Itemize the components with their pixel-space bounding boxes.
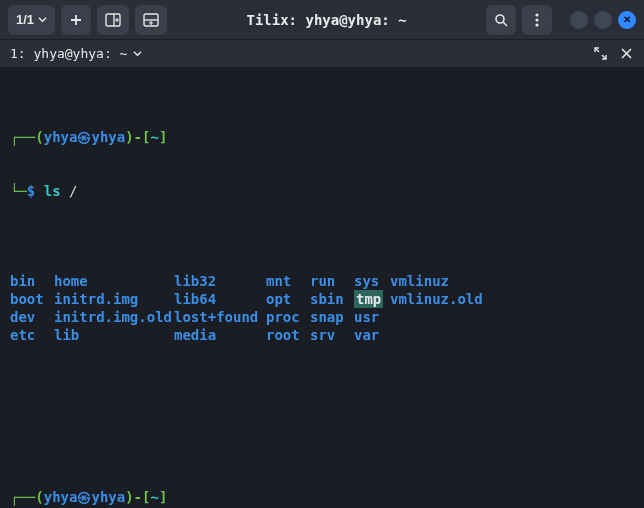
ls-output: binhomelib32mntrunsysvmlinuz bootinitrd.… [10, 272, 634, 344]
ls-sticky-dir: tmp [354, 290, 383, 308]
split-right-button[interactable] [97, 5, 129, 35]
svg-point-5 [535, 23, 538, 26]
session-tab[interactable]: 1: yhya@yhya: ~ [10, 46, 142, 61]
terminal[interactable]: ┌──(yhya㉿yhya)-[~] └─$ ls / binhomelib32… [0, 68, 644, 508]
window-maximize-button[interactable] [594, 11, 612, 29]
window-close-button[interactable] [618, 11, 636, 29]
expand-icon [594, 47, 607, 60]
search-button[interactable] [486, 5, 516, 35]
close-icon [621, 48, 632, 59]
search-icon [494, 13, 508, 27]
svg-point-2 [496, 15, 504, 23]
close-pane-button[interactable] [618, 46, 634, 62]
session-header: 1: yhya@yhya: ~ [0, 40, 644, 68]
menu-button[interactable] [522, 5, 552, 35]
prompt-line-bottom: └─$ ls / [10, 182, 634, 200]
svg-point-3 [535, 13, 538, 16]
plus-icon [69, 13, 83, 27]
split-down-button[interactable] [135, 5, 167, 35]
session-title: 1: yhya@yhya: ~ [10, 46, 127, 61]
session-switcher[interactable]: 1/1 [8, 5, 55, 35]
cmd-ls: ls [44, 183, 61, 199]
chevron-down-icon [38, 15, 47, 24]
window-minimize-button[interactable] [570, 11, 588, 29]
svg-point-4 [535, 18, 538, 21]
chevron-down-icon [133, 49, 142, 58]
prompt-line-top: ┌──(yhya㉿yhya)-[~] [10, 128, 634, 146]
new-session-button[interactable] [61, 5, 91, 35]
window-title: Tilix: yhya@yhya: ~ [173, 12, 480, 28]
titlebar: 1/1 Tilix: yhya@yhya: ~ [0, 0, 644, 40]
kebab-icon [535, 13, 539, 27]
split-down-icon [143, 13, 159, 27]
maximize-pane-button[interactable] [592, 46, 608, 62]
prompt-line-top: ┌──(yhya㉿yhya)-[~] [10, 488, 634, 506]
titlebar-right [486, 5, 636, 35]
split-right-icon [105, 13, 121, 27]
session-count: 1/1 [16, 12, 34, 27]
